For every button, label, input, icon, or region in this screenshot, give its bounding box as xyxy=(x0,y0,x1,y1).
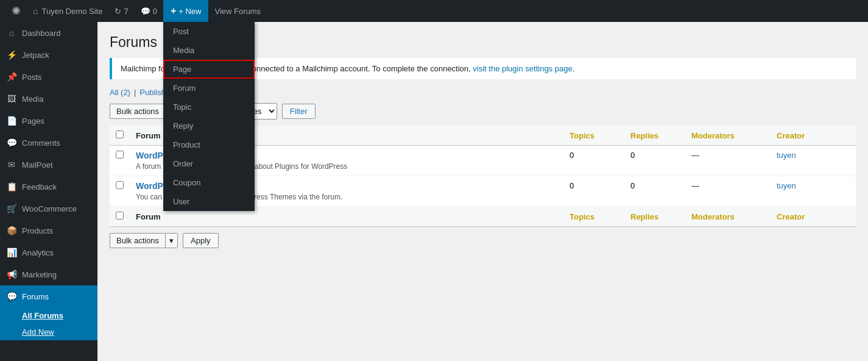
dashboard-icon: ⌂ xyxy=(6,28,17,38)
row-0-topics: 0 xyxy=(563,146,624,176)
new-dropdown-menu: PostMediaPageForumTopicReplyProductOrder… xyxy=(163,22,255,211)
col-creator-footer: Creator xyxy=(771,207,856,227)
sidebar-item-media[interactable]: 🖼Media xyxy=(0,88,97,110)
sidebar-label-forums: Forums xyxy=(22,292,49,301)
feedback-icon: 📋 xyxy=(6,182,17,191)
row-1-creator: tuyen xyxy=(771,176,856,207)
media-icon: 🖼 xyxy=(6,94,17,104)
sidebar-label-pages: Pages xyxy=(22,116,44,126)
sidebar-label-mailpoet: MailPoet xyxy=(22,160,53,170)
adminbar-updates[interactable]: ↻ 7 xyxy=(108,0,134,22)
jetpack-icon: ⚡ xyxy=(6,50,17,60)
sidebar-label-woocommerce: WooCommerce xyxy=(22,204,77,213)
comments-icon: 💬 xyxy=(141,7,150,16)
wp-logo[interactable]: ✺ xyxy=(5,0,27,22)
select-all-checkbox[interactable] xyxy=(116,130,124,138)
row-0-replies: 0 xyxy=(624,146,685,176)
dropdown-item-forum[interactable]: Forum xyxy=(163,79,255,98)
sidebar-item-products[interactable]: 📦Products xyxy=(0,220,97,241)
analytics-icon: 📊 xyxy=(6,248,17,257)
col-topics-header[interactable]: Topics xyxy=(563,126,624,146)
sidebar-item-jetpack[interactable]: ⚡Jetpack xyxy=(0,44,97,66)
row-1-replies: 0 xyxy=(624,176,685,207)
sidebar-label-posts: Posts xyxy=(22,73,42,82)
row-1-mods: — xyxy=(685,176,771,207)
adminbar-comments[interactable]: 💬 0 xyxy=(135,0,163,22)
bulk-actions-caret-bottom[interactable]: ▾ xyxy=(166,233,178,248)
bulk-actions-button-bottom[interactable]: Bulk actions xyxy=(110,233,166,248)
col-check-footer xyxy=(110,207,130,227)
notice-link[interactable]: visit the plugin settings page xyxy=(473,64,572,73)
admin-bar: ✺ ⌂ Tuyen Demo Site ↻ 7 💬 0 + + New Post… xyxy=(0,0,868,22)
sidebar-item-feedback[interactable]: 📋Feedback xyxy=(0,176,97,198)
comments-icon: 💬 xyxy=(6,138,17,148)
creator-link-0[interactable]: tuyen xyxy=(777,151,796,160)
creator-link-1[interactable]: tuyen xyxy=(777,181,796,190)
comments-count: 0 xyxy=(153,7,157,16)
adminbar-site[interactable]: ⌂ Tuyen Demo Site xyxy=(27,0,108,22)
select-all-checkbox-bottom[interactable] xyxy=(116,212,124,220)
sidebar-label-media: Media xyxy=(22,95,43,104)
site-name: Tuyen Demo Site xyxy=(41,7,102,16)
house-icon: ⌂ xyxy=(33,6,38,16)
dropdown-item-page[interactable]: Page xyxy=(163,60,255,79)
sidebar-item-comments[interactable]: 💬Comments xyxy=(0,132,97,154)
posts-icon: 📌 xyxy=(6,72,17,82)
dropdown-item-user[interactable]: User xyxy=(163,192,255,211)
row-checkbox-0[interactable] xyxy=(116,151,124,159)
new-label: + New xyxy=(178,7,201,16)
layout: ⌂Dashboard⚡Jetpack📌Posts🖼Media📄Pages💬Com… xyxy=(0,22,868,361)
dropdown-item-order[interactable]: Order xyxy=(163,154,255,173)
dropdown-item-coupon[interactable]: Coupon xyxy=(163,173,255,192)
sidebar-submenu-all-forums[interactable]: All Forums xyxy=(0,307,97,324)
sidebar-submenu-add-new[interactable]: Add New xyxy=(0,324,97,340)
sidebar-item-dashboard[interactable]: ⌂Dashboard xyxy=(0,22,97,44)
plus-icon: + xyxy=(171,5,176,16)
sidebar-item-pages[interactable]: 📄Pages xyxy=(0,110,97,132)
updates-icon: ↻ xyxy=(115,7,121,16)
col-moderators-header[interactable]: Moderators xyxy=(685,126,771,146)
sidebar-item-marketing[interactable]: 📢Marketing xyxy=(0,263,97,285)
marketing-icon: 📢 xyxy=(6,270,17,279)
updates-count: 7 xyxy=(124,7,128,16)
dropdown-item-topic[interactable]: Topic xyxy=(163,98,255,116)
sidebar-items: ⌂Dashboard⚡Jetpack📌Posts🖼Media📄Pages💬Com… xyxy=(0,22,97,340)
forums-icon: 💬 xyxy=(6,291,17,301)
bulk-actions-bottom: Bulk actions ▾ xyxy=(110,233,178,248)
row-1-check xyxy=(110,176,130,207)
sidebar-item-posts[interactable]: 📌Posts xyxy=(0,66,97,88)
dropdown-item-reply[interactable]: Reply xyxy=(163,116,255,135)
notice-suffix: . xyxy=(573,64,575,73)
dropdown-item-product[interactable]: Product xyxy=(163,135,255,154)
forums-submenu: All Forums Add New xyxy=(0,307,97,340)
sidebar-label-dashboard: Dashboard xyxy=(22,29,61,38)
col-mods-footer: Moderators xyxy=(685,207,771,227)
col-check-header xyxy=(110,126,130,146)
tablenav-bottom: Bulk actions ▾ Apply xyxy=(110,233,856,248)
all-filter[interactable]: All (2) xyxy=(110,88,130,97)
dropdown-item-media[interactable]: Media xyxy=(163,41,255,60)
row-checkbox-1[interactable] xyxy=(116,181,124,189)
woocommerce-icon: 🛒 xyxy=(6,204,17,213)
bulk-actions-button-top[interactable]: Bulk actions xyxy=(110,104,166,119)
sidebar-label-jetpack: Jetpack xyxy=(22,51,49,60)
sidebar-item-analytics[interactable]: 📊Analytics xyxy=(0,241,97,263)
dropdown-item-post[interactable]: Post xyxy=(163,22,255,41)
mailpoet-icon: ✉ xyxy=(6,160,17,170)
sidebar-item-woocommerce[interactable]: 🛒WooCommerce xyxy=(0,198,97,220)
sidebar-label-analytics: Analytics xyxy=(22,248,54,257)
col-replies-header[interactable]: Replies xyxy=(624,126,685,146)
products-icon: 📦 xyxy=(6,226,17,235)
filter-button[interactable]: Filter xyxy=(282,104,316,119)
col-creator-header[interactable]: Creator xyxy=(771,126,856,146)
sidebar-label-feedback: Feedback xyxy=(22,182,57,191)
sidebar-item-forums[interactable]: 💬Forums xyxy=(0,285,97,307)
pages-icon: 📄 xyxy=(6,116,17,126)
adminbar-view-forums[interactable]: View Forums xyxy=(208,0,267,22)
view-forums-label: View Forums xyxy=(214,7,261,16)
sidebar-item-mailpoet[interactable]: ✉MailPoet xyxy=(0,154,97,176)
apply-button-bottom[interactable]: Apply xyxy=(183,233,219,248)
sidebar-label-marketing: Marketing xyxy=(22,270,57,279)
new-button[interactable]: + + New xyxy=(163,0,209,22)
filter-sep: | xyxy=(134,88,136,97)
